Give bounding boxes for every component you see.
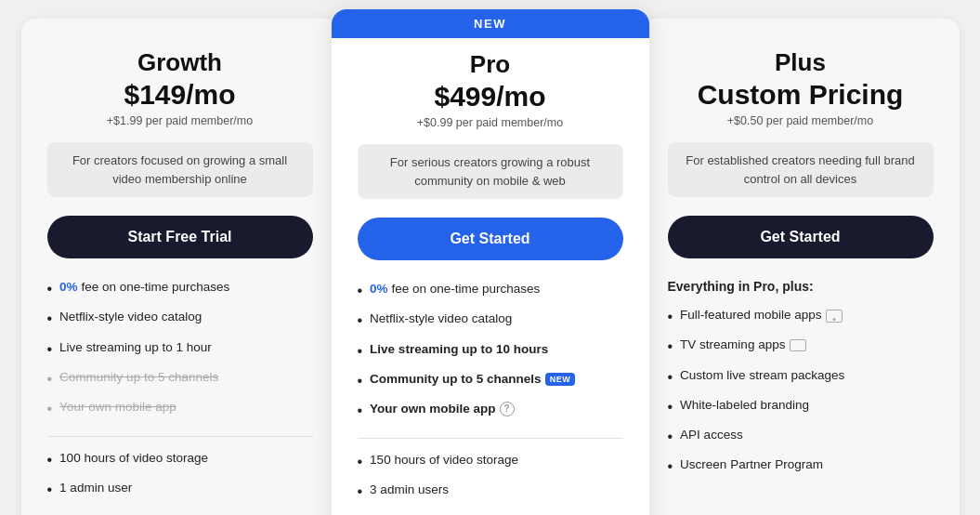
list-item: • 3 admin users <box>358 482 623 500</box>
new-badge: NEW <box>332 9 649 38</box>
list-item: • Community up to 5 channelsNEW <box>358 371 623 390</box>
percent-label: 0% <box>59 280 78 294</box>
mobile-icon <box>826 310 843 323</box>
plan-card-growth: Growth $149/mo +$1.99 per paid member/mo… <box>21 19 339 515</box>
list-item: • 1 admin user <box>47 480 313 498</box>
plan-name-plus: Plus <box>668 48 934 77</box>
feature-bold: Community up to 5 channels <box>370 372 542 386</box>
list-item: • Your own mobile app? <box>358 401 623 419</box>
divider <box>47 436 313 437</box>
list-item: • 100 hours of video storage <box>47 450 313 469</box>
list-item: • Custom live stream packages <box>668 367 934 386</box>
list-item: • Full-featured mobile apps <box>668 307 934 325</box>
plan-description-pro: For serious creators growing a robust co… <box>358 144 623 199</box>
list-item: • 0% fee on one-time purchases <box>358 281 623 299</box>
list-item: • 150 hours of video storage <box>358 452 623 470</box>
plan-name-growth: Growth <box>47 48 313 77</box>
percent-label: 0% <box>370 282 388 296</box>
feature-bold: Your own mobile app <box>370 402 496 416</box>
get-started-pro-button[interactable]: Get Started <box>358 218 623 260</box>
plan-per-member-growth: +$1.99 per paid member/mo <box>47 114 313 127</box>
new-feature-badge: NEW <box>545 373 576 386</box>
plan-per-member-plus: +$0.50 per paid member/mo <box>668 114 934 127</box>
plan-card-plus: Plus Custom Pricing +$0.50 per paid memb… <box>642 19 960 515</box>
plan-name-pro: Pro <box>358 50 623 79</box>
list-item: • Uscreen Partner Program <box>668 456 934 475</box>
plan-description-plus: For established creators needing full br… <box>668 142 934 197</box>
list-item: • Netflix-style video catalog <box>47 309 313 327</box>
plan-price-plus: Custom Pricing <box>668 79 934 111</box>
plan-price-pro: $499/mo <box>358 81 623 112</box>
plus-features: • Full-featured mobile apps • TV streami… <box>668 307 934 509</box>
list-item: • TV streaming apps <box>668 337 934 355</box>
plan-description-growth: For creators focused on growing a small … <box>47 142 313 197</box>
list-item: • Live streaming up to 10 hours <box>358 341 623 360</box>
get-started-plus-button[interactable]: Get Started <box>668 216 934 258</box>
plan-price-growth: $149/mo <box>47 79 313 111</box>
plan-card-pro: NEW Pro $499/mo +$0.99 per paid member/m… <box>332 9 649 515</box>
growth-features-bottom: • 100 hours of video storage • 1 admin u… <box>47 450 313 509</box>
growth-features-top: • 0% fee on one-time purchases • Netflix… <box>47 279 313 429</box>
help-icon[interactable]: ? <box>500 402 515 416</box>
list-item: • API access <box>668 427 934 445</box>
pro-features-top: • 0% fee on one-time purchases • Netflix… <box>358 281 623 430</box>
list-item-strikethrough: • Your own mobile app <box>47 399 313 417</box>
everything-plus-label: Everything in Pro, plus: <box>668 279 934 294</box>
pricing-container: Growth $149/mo +$1.99 per paid member/mo… <box>21 19 960 515</box>
feature-bold: Live streaming up to 10 hours <box>370 342 548 356</box>
list-item: • Live streaming up to 1 hour <box>47 339 313 358</box>
start-free-trial-button[interactable]: Start Free Trial <box>47 216 313 258</box>
list-item: • White-labeled branding <box>668 397 934 416</box>
divider <box>358 438 623 439</box>
pro-features-bottom: • 150 hours of video storage • 3 admin u… <box>358 452 623 515</box>
tv-icon <box>790 339 806 351</box>
plan-per-member-pro: +$0.99 per paid member/mo <box>358 116 623 129</box>
list-item: • Netflix-style video catalog <box>358 310 623 329</box>
list-item-strikethrough: • Community up to 5 channels <box>47 369 313 388</box>
list-item: • 0% fee on one-time purchases <box>47 279 313 297</box>
